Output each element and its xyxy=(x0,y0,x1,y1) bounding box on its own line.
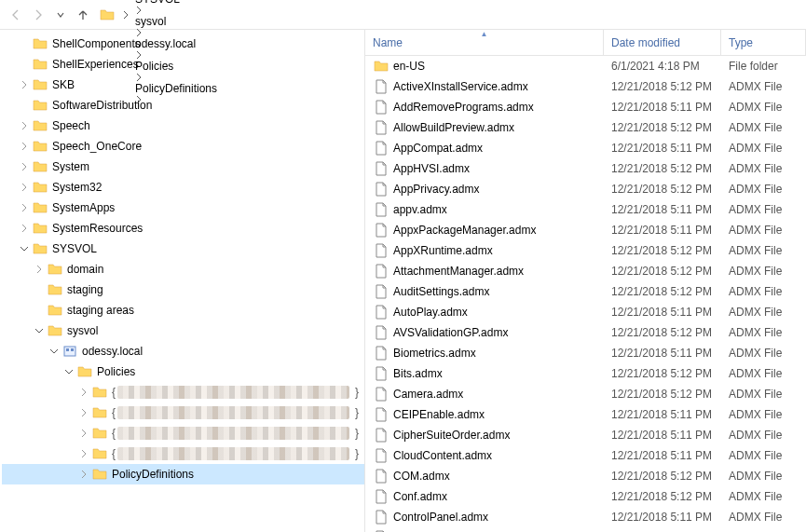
tree-item[interactable]: SystemResources xyxy=(2,218,364,239)
redacted-label xyxy=(117,427,349,440)
file-type: ADMX File xyxy=(721,449,806,462)
tree-item[interactable]: Policies xyxy=(2,361,364,382)
list-item[interactable]: ControlPanelDisplay.admx12/21/2018 5:11 … xyxy=(365,527,806,532)
list-item[interactable]: en-US6/1/2021 4:18 PMFile folder xyxy=(365,56,806,76)
chevron-right-icon[interactable] xyxy=(17,121,32,130)
file-date: 12/21/2018 5:12 PM xyxy=(604,490,721,503)
folder-icon xyxy=(99,7,116,23)
tree-item[interactable]: staging areas xyxy=(2,300,364,321)
file-type: ADMX File xyxy=(721,142,806,155)
tree-item[interactable]: staging xyxy=(2,280,364,300)
file-type: ADMX File xyxy=(721,183,806,196)
tree-item[interactable]: SystemApps xyxy=(2,198,364,218)
back-button[interactable] xyxy=(6,5,26,25)
file-type: ADMX File xyxy=(721,429,806,442)
file-date: 12/21/2018 5:11 PM xyxy=(604,224,721,237)
list-item[interactable]: AddRemovePrograms.admx12/21/2018 5:11 PM… xyxy=(365,97,806,117)
tree-item[interactable]: SoftwareDistribution xyxy=(2,95,364,116)
chevron-right-icon[interactable] xyxy=(76,408,91,417)
column-name[interactable]: Name▲ xyxy=(365,30,604,55)
chevron-right-icon[interactable] xyxy=(17,224,32,233)
chevron-right-icon[interactable] xyxy=(17,80,32,89)
chevron-down-icon[interactable] xyxy=(47,348,61,355)
file-name: AppHVSI.admx xyxy=(393,162,470,175)
recent-dropdown[interactable] xyxy=(50,5,71,25)
tree-item[interactable]: {} xyxy=(2,402,364,423)
tree-item[interactable]: ShellComponents xyxy=(2,34,364,54)
tree-item[interactable]: {} xyxy=(2,443,364,464)
list-item[interactable]: AVSValidationGP.admx12/21/2018 5:12 PMAD… xyxy=(365,322,806,343)
tree-item[interactable]: ShellExperiences xyxy=(2,54,364,75)
chevron-right-icon[interactable] xyxy=(76,429,91,438)
tree-item[interactable]: domain xyxy=(2,259,364,280)
breadcrumb-item[interactable]: sysvol xyxy=(132,15,169,28)
file-type: ADMX File xyxy=(721,388,806,401)
tree-item-label: Speech xyxy=(52,119,90,132)
breadcrumb[interactable]: This PCWindows (C:)WindowsSYSVOLsysvolod… xyxy=(95,4,800,26)
chevron-down-icon[interactable] xyxy=(32,327,47,334)
list-item[interactable]: AutoPlay.admx12/21/2018 5:11 PMADMX File xyxy=(365,302,806,322)
list-item[interactable]: Bits.admx12/21/2018 5:12 PMADMX File xyxy=(365,363,806,384)
list-item[interactable]: AppCompat.admx12/21/2018 5:11 PMADMX Fil… xyxy=(365,138,806,158)
chevron-right-icon[interactable] xyxy=(17,203,32,212)
list-item[interactable]: AppxPackageManager.admx12/21/2018 5:11 P… xyxy=(365,220,806,240)
file-list[interactable]: Name▲ Date modified Type en-US6/1/2021 4… xyxy=(365,30,806,532)
list-item[interactable]: CEIPEnable.admx12/21/2018 5:11 PMADMX Fi… xyxy=(365,404,806,425)
column-type[interactable]: Type xyxy=(721,30,806,55)
tree-item[interactable]: sysvol xyxy=(2,321,364,341)
folder-icon xyxy=(91,466,108,483)
file-icon xyxy=(373,447,389,464)
list-item[interactable]: AppHVSI.admx12/21/2018 5:12 PMADMX File xyxy=(365,158,806,179)
chevron-right-icon[interactable] xyxy=(76,388,91,397)
chevron-right-icon[interactable] xyxy=(132,6,145,15)
list-item[interactable]: ControlPanel.admx12/21/2018 5:11 PMADMX … xyxy=(365,507,806,527)
file-icon xyxy=(373,119,389,136)
list-item[interactable]: Conf.admx12/21/2018 5:12 PMADMX File xyxy=(365,486,806,507)
list-item[interactable]: Biometrics.admx12/21/2018 5:11 PMADMX Fi… xyxy=(365,343,806,363)
file-type: ADMX File xyxy=(721,265,806,278)
tree-item[interactable]: System32 xyxy=(2,177,364,198)
folder-tree[interactable]: ShellComponentsShellExperiencesSKBSoftwa… xyxy=(0,30,364,532)
file-date: 12/21/2018 5:12 PM xyxy=(604,388,721,401)
tree-item[interactable]: {} xyxy=(2,382,364,402)
list-item[interactable]: AuditSettings.admx12/21/2018 5:12 PMADMX… xyxy=(365,281,806,302)
column-date[interactable]: Date modified xyxy=(604,30,721,55)
file-name: appv.admx xyxy=(393,203,447,216)
tree-item[interactable]: {} xyxy=(2,423,364,443)
tree-item[interactable]: PolicyDefinitions xyxy=(2,464,364,484)
list-item[interactable]: appv.admx12/21/2018 5:11 PMADMX File xyxy=(365,199,806,220)
tree-item-label: staging areas xyxy=(67,304,134,317)
tree-item[interactable]: System xyxy=(2,157,364,177)
list-item[interactable]: CloudContent.admx12/21/2018 5:11 PMADMX … xyxy=(365,445,806,466)
file-icon xyxy=(373,222,389,239)
chevron-right-icon[interactable] xyxy=(32,265,47,274)
tree-item[interactable]: odessy.local xyxy=(2,341,364,361)
chevron-right-icon[interactable] xyxy=(17,162,32,171)
list-item[interactable]: AppPrivacy.admx12/21/2018 5:12 PMADMX Fi… xyxy=(365,179,806,199)
list-item[interactable]: COM.admx12/21/2018 5:12 PMADMX File xyxy=(365,466,806,486)
list-item[interactable]: Camera.admx12/21/2018 5:12 PMADMX File xyxy=(365,384,806,404)
list-item[interactable]: AllowBuildPreview.admx12/21/2018 5:12 PM… xyxy=(365,117,806,138)
list-item[interactable]: AppXRuntime.admx12/21/2018 5:12 PMADMX F… xyxy=(365,240,806,261)
chevron-right-icon[interactable] xyxy=(119,10,132,20)
list-item[interactable]: CipherSuiteOrder.admx12/21/2018 5:11 PMA… xyxy=(365,425,806,445)
tree-item[interactable]: SKB xyxy=(2,75,364,95)
chevron-right-icon[interactable] xyxy=(76,449,91,458)
chevron-right-icon[interactable] xyxy=(76,470,91,479)
chevron-down-icon[interactable] xyxy=(61,368,76,375)
up-button[interactable] xyxy=(73,5,93,25)
list-item[interactable]: AttachmentManager.admx12/21/2018 5:12 PM… xyxy=(365,261,806,281)
file-type: ADMX File xyxy=(721,367,806,380)
chevron-right-icon[interactable] xyxy=(17,142,32,151)
chevron-down-icon[interactable] xyxy=(17,245,32,252)
chevron-right-icon[interactable] xyxy=(17,183,32,192)
tree-item[interactable]: SYSVOL xyxy=(2,239,364,259)
file-date: 12/21/2018 5:12 PM xyxy=(604,265,721,278)
folder-icon xyxy=(32,56,48,73)
tree-item[interactable]: Speech xyxy=(2,116,364,136)
forward-button[interactable] xyxy=(28,5,48,25)
list-item[interactable]: ActiveXInstallService.admx12/21/2018 5:1… xyxy=(365,76,806,97)
tree-item[interactable]: Speech_OneCore xyxy=(2,136,364,157)
file-icon xyxy=(373,283,389,300)
file-date: 12/21/2018 5:12 PM xyxy=(604,285,721,298)
